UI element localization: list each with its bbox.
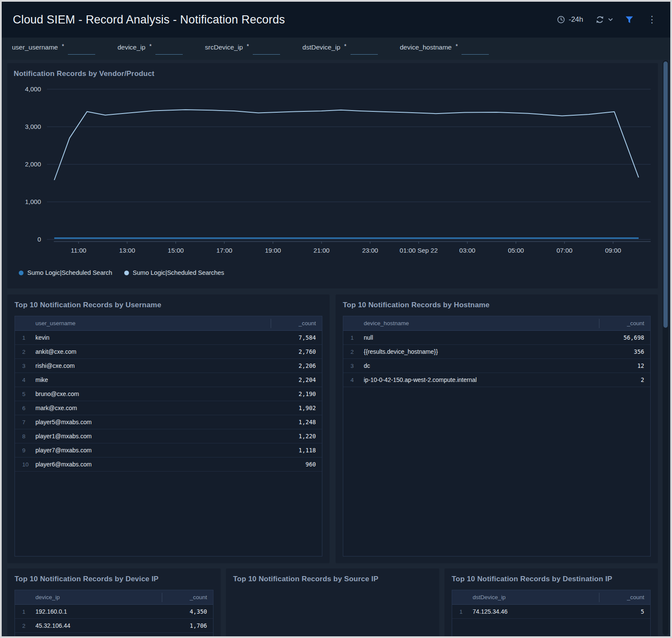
filter-icon	[625, 16, 634, 24]
row-key: mark@cxe.com	[35, 405, 271, 411]
table-row[interactable]: 4mike2,204	[15, 373, 322, 387]
scrollbar-thumb[interactable]	[663, 61, 668, 328]
row-key: player6@mxabs.com	[35, 461, 271, 468]
filter-label: user_username	[12, 43, 58, 51]
row-rank: 8	[15, 433, 35, 440]
table-row[interactable]: 10player6@mxabs.com960	[15, 457, 322, 472]
row-count: 1,902	[271, 405, 322, 411]
table-row[interactable]: 9player7@mxabs.com1,118	[15, 443, 322, 457]
row-rank: 6	[15, 405, 35, 411]
legend-label: Sumo Logic|Scheduled Search	[27, 269, 112, 276]
header-controls: -24h	[557, 15, 658, 24]
filter-src-device-ip: srcDevice_ip *	[205, 43, 280, 55]
legend-item-scheduled-searches[interactable]: Sumo Logic|Scheduled Searches	[124, 269, 224, 276]
row-rank: 4	[343, 377, 364, 383]
row-key: 45.32.106.44	[35, 622, 162, 629]
table-row[interactable]: 8player1@mxabs.com1,220	[15, 429, 322, 443]
row-key: player5@mxabs.com	[35, 419, 271, 425]
svg-text:3,000: 3,000	[25, 123, 41, 130]
legend-dot-icon	[19, 271, 23, 275]
row-count: 1,248	[271, 419, 322, 425]
table-row[interactable]: 3dc12	[343, 359, 650, 373]
panel-top10-destination-ip: Top 10 Notification Records by Destinati…	[444, 568, 658, 636]
column-header[interactable]: device_ip	[35, 594, 162, 600]
row-rank: 1	[15, 335, 35, 341]
filter-dst-device-ip-input[interactable]	[351, 45, 378, 55]
table-row[interactable]: 2{{results.device_hostname}}356	[343, 345, 650, 359]
table-row[interactable]: 1kevin7,584	[15, 331, 322, 345]
column-header[interactable]: _count	[599, 593, 650, 602]
table-row[interactable]: 174.125.34.465	[452, 605, 650, 619]
table-row[interactable]: 2ankit@cxe.com2,760	[15, 345, 322, 359]
row-rank: 1	[15, 609, 35, 615]
panel-title: Top 10 Notification Records by Username	[15, 301, 322, 309]
filter-label: dstDevice_ip	[302, 43, 340, 51]
panel-vendor-product: Notification Records by Vendor/Product 0…	[7, 63, 658, 288]
filter-user-username-input[interactable]	[68, 45, 95, 55]
row-key: 192.160.0.1	[35, 608, 162, 615]
row-count: 1,220	[271, 433, 322, 440]
table-row[interactable]: 6mark@cxe.com1,902	[15, 401, 322, 415]
row-key: mike	[35, 376, 271, 383]
row-count: 12	[599, 362, 650, 369]
column-header[interactable]: device_hostname	[364, 320, 599, 326]
table-row[interactable]: 4ip-10-0-42-150.ap-west-2.compute.intern…	[343, 373, 650, 387]
row-key: 74.125.34.46	[473, 608, 599, 615]
row-count: 2,190	[271, 390, 322, 397]
filter-device-ip: device_ip *	[117, 43, 183, 55]
row-rank: 4	[15, 377, 35, 383]
hostname-table: device_hostname_count1null56,6982{{resul…	[343, 316, 651, 556]
row-count: 1,118	[271, 447, 322, 454]
svg-text:0: 0	[38, 236, 41, 243]
panel-top10-device-ip: Top 10 Notification Records by Device IP…	[7, 568, 221, 636]
required-asterisk: *	[344, 43, 346, 50]
svg-text:17:00: 17:00	[216, 247, 233, 254]
svg-text:23:00: 23:00	[362, 247, 378, 254]
time-range-button[interactable]: -24h	[557, 15, 583, 24]
row-rank: 2	[15, 349, 35, 355]
table-row[interactable]: 245.32.106.441,706	[15, 619, 213, 633]
filter-toggle-button[interactable]	[625, 16, 634, 24]
svg-text:4,000: 4,000	[25, 85, 41, 93]
filter-label: srcDevice_ip	[205, 43, 243, 51]
row-rank: 7	[15, 419, 35, 425]
column-header[interactable]: _count	[599, 319, 650, 328]
column-header[interactable]: _count	[271, 319, 322, 328]
row-count: 2	[599, 376, 650, 383]
table-row[interactable]: 3rishi@cxe.com2,206	[15, 359, 322, 373]
filter-device-hostname-input[interactable]	[462, 45, 489, 55]
table-row[interactable]: 1null56,698	[343, 331, 650, 345]
column-header[interactable]: user_username	[35, 320, 271, 326]
vendor-product-line-chart[interactable]: 01,0002,0003,0004,00011:0013:0015:0017:0…	[14, 80, 652, 267]
more-menu-button[interactable]: ⋮	[646, 15, 658, 24]
filter-label: device_hostname	[400, 43, 452, 51]
row-key: rishi@cxe.com	[35, 362, 271, 369]
username-table: user_username_count1kevin7,5842ankit@cxe…	[15, 316, 322, 556]
row-rank: 1	[343, 335, 364, 341]
legend-item-scheduled-search[interactable]: Sumo Logic|Scheduled Search	[19, 269, 112, 276]
device-ip-table: device_ip_count1192.160.0.14,350245.32.1…	[15, 590, 213, 636]
table-row[interactable]: 5bruno@cxe.com2,190	[15, 387, 322, 401]
row-rank: 2	[343, 349, 364, 355]
row-rank: 2	[15, 623, 35, 629]
column-header[interactable]: _count	[162, 593, 213, 602]
row-key: null	[364, 334, 599, 341]
table-row[interactable]: 1192.160.0.14,350	[15, 605, 213, 619]
table-header-row: dstDevice_ip_count	[452, 590, 650, 605]
filter-device-ip-input[interactable]	[155, 45, 183, 55]
row-rank: 9	[15, 447, 35, 454]
row-rank: 5	[15, 391, 35, 397]
column-header[interactable]: dstDevice_ip	[473, 594, 599, 600]
row-key: bruno@cxe.com	[35, 390, 271, 397]
required-asterisk: *	[149, 43, 152, 50]
table-row[interactable]: 7player5@mxabs.com1,248	[15, 415, 322, 429]
refresh-button[interactable]	[595, 15, 613, 24]
row-key: player7@mxabs.com	[35, 447, 271, 454]
svg-text:05:00: 05:00	[508, 247, 524, 254]
row-rank: 3	[15, 363, 35, 369]
filter-src-device-ip-input[interactable]	[253, 45, 280, 55]
svg-text:07:00: 07:00	[556, 247, 573, 254]
svg-text:11:00: 11:00	[71, 247, 86, 254]
table-header-row: user_username_count	[15, 316, 322, 331]
row-count: 2,206	[271, 362, 322, 369]
